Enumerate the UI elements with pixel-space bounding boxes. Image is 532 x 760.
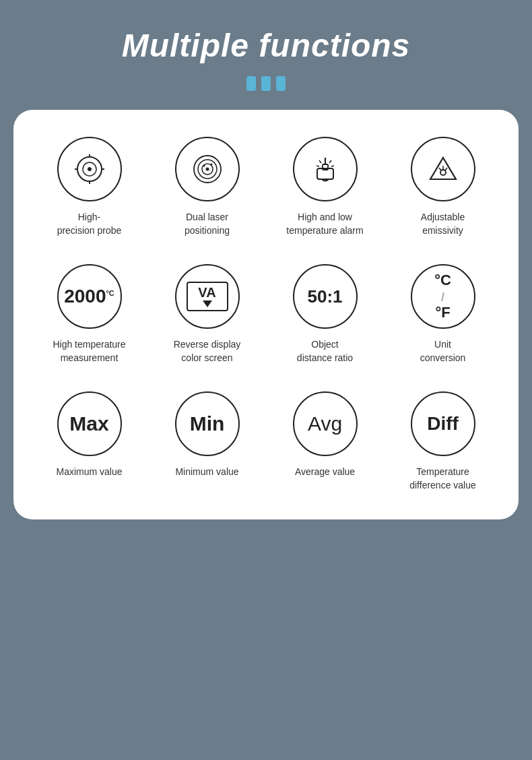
maximum-value-icon: Max: [57, 391, 122, 456]
va-box: VA: [187, 282, 228, 311]
50to1-text: 50:1: [307, 286, 342, 307]
feature-reverse-display: VA Reverse displaycolor screen: [152, 264, 263, 365]
cf-text: °C / °F: [434, 272, 451, 321]
maximum-value-label: Maximum value: [56, 466, 122, 479]
features-grid: High-precision probe Dual laserpositioni…: [34, 137, 498, 493]
feature-minimum-value: Min Minimum value: [152, 391, 263, 492]
high-temp-measurement-label: High temperaturemeasurement: [53, 338, 125, 365]
feature-temp-diff-value: Diff Temperaturedifference value: [387, 391, 498, 492]
feature-high-precision-probe: High-precision probe: [34, 137, 145, 237]
decorative-dots: [246, 76, 286, 91]
minimum-value-label: Minimum value: [175, 466, 238, 479]
dual-laser-positioning-icon: [175, 137, 240, 201]
high-precision-probe-icon: [57, 137, 122, 201]
svg-point-2: [88, 167, 92, 171]
features-card: High-precision probe Dual laserpositioni…: [13, 110, 519, 519]
svg-line-17: [329, 160, 331, 163]
min-text: Min: [190, 412, 225, 435]
svg-line-18: [317, 166, 319, 166]
svg-point-11: [203, 165, 205, 167]
feature-dual-laser-positioning: Dual laserpositioning: [152, 137, 263, 237]
feature-adjustable-emissivity: Adjustableemissivity: [387, 137, 498, 237]
svg-point-20: [440, 170, 446, 175]
object-distance-ratio-label: Objectdistance ratio: [297, 338, 353, 365]
temp-diff-value-label: Temperaturedifference value: [409, 466, 476, 492]
temp-diff-value-icon: Diff: [411, 391, 475, 456]
reverse-display-icon: VA: [175, 264, 240, 329]
average-value-label: Average value: [295, 466, 355, 479]
feature-average-value: Avg Average value: [269, 391, 380, 492]
average-value-icon: Avg: [293, 391, 358, 456]
svg-line-22: [439, 168, 441, 170]
high-temp-measurement-icon: 2000°C: [57, 264, 122, 329]
svg-line-19: [331, 166, 334, 166]
adjustable-emissivity-label: Adjustableemissivity: [421, 211, 465, 237]
feature-object-distance-ratio: 50:1 Objectdistance ratio: [269, 264, 380, 365]
dual-laser-positioning-label: Dual laserpositioning: [185, 211, 230, 237]
svg-line-23: [445, 168, 447, 170]
adjustable-emissivity-icon: [411, 137, 475, 201]
diff-text: Diff: [427, 413, 459, 435]
feature-maximum-value: Max Maximum value: [34, 391, 145, 492]
svg-point-12: [210, 164, 212, 166]
page-title: Multiple functions: [122, 27, 411, 64]
max-text: Max: [69, 412, 108, 435]
unit-conversion-icon: °C / °F: [411, 264, 475, 329]
unit-conversion-label: Unitconversion: [420, 338, 466, 365]
object-distance-ratio-icon: 50:1: [293, 264, 358, 329]
feature-unit-conversion: °C / °F Unitconversion: [387, 264, 498, 365]
high-low-temp-alarm-label: High and lowtemperature alarm: [286, 211, 363, 237]
minimum-value-icon: Min: [175, 391, 240, 456]
avg-text: Avg: [308, 412, 342, 435]
high-precision-probe-label: High-precision probe: [57, 211, 122, 237]
feature-high-low-temp-alarm: High and lowtemperature alarm: [269, 137, 380, 237]
high-low-temp-alarm-icon: [293, 137, 358, 201]
reverse-display-label: Reverse displaycolor screen: [174, 338, 241, 365]
2000-text: 2000°C: [64, 286, 114, 307]
feature-high-temp-measurement: 2000°C High temperaturemeasurement: [34, 264, 145, 365]
svg-point-10: [205, 168, 209, 171]
svg-line-16: [319, 160, 321, 163]
